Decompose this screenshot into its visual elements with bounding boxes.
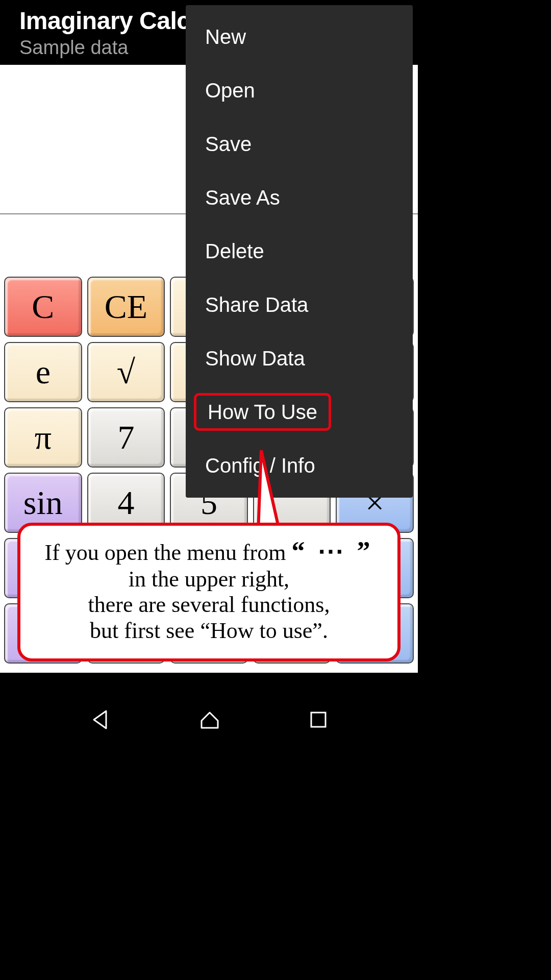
menu-item-save-as[interactable]: Save As [186,171,413,225]
recents-icon[interactable] [309,710,328,729]
android-navbar [0,696,418,743]
menu-item-label: Show Data [205,347,305,370]
callout-text: in the upper right, [36,567,382,593]
svg-marker-0 [258,450,280,532]
menu-item-label: Delete [205,240,264,262]
overflow-menu: NewOpenSaveSave AsDeleteShare DataShow D… [186,5,413,498]
key-CE[interactable]: CE [87,277,165,337]
menu-item-label: Save [205,133,252,155]
key-label: sin [23,483,63,522]
tutorial-callout: If you open the menu from “ ⋯ ” in the u… [17,523,400,662]
menu-item-new[interactable]: New [186,10,413,64]
menu-item-label: New [205,26,246,48]
menu-item-config-info[interactable]: Config / Info [186,439,413,493]
key-label: C [32,287,54,326]
key-e[interactable]: e [4,342,82,402]
menu-item-label: Open [205,79,255,102]
callout-text: If you open the menu from [45,540,292,565]
key-√[interactable]: √ [87,342,165,402]
menu-item-share-data[interactable]: Share Data [186,278,413,332]
home-icon[interactable] [198,708,221,731]
menu-item-label: Save As [205,186,280,209]
callout-text: there are several functions, [36,592,382,618]
key-label: √ [117,353,135,391]
key-C[interactable]: C [4,277,82,337]
menu-item-delete[interactable]: Delete [186,225,413,278]
key-label: 7 [117,418,134,457]
key-7[interactable]: 7 [87,407,165,468]
menu-item-show-data[interactable]: Show Data [186,332,413,385]
callout-text: but first see “How to use”. [36,618,382,644]
menu-item-save[interactable]: Save [186,117,413,171]
key-label: 4 [117,483,134,522]
menu-item-label: How To Use [194,393,331,431]
key-π[interactable]: π [4,407,82,468]
back-icon[interactable] [90,709,111,730]
menu-item-how-to-use[interactable]: How To Use [186,385,413,439]
menu-item-label: Share Data [205,293,308,316]
svg-rect-1 [311,713,325,727]
key-label: CE [105,287,147,326]
callout-text: “ ⋯ ” [291,536,373,566]
key-label: π [35,418,52,457]
menu-item-open[interactable]: Open [186,64,413,117]
key-label: e [36,353,51,391]
